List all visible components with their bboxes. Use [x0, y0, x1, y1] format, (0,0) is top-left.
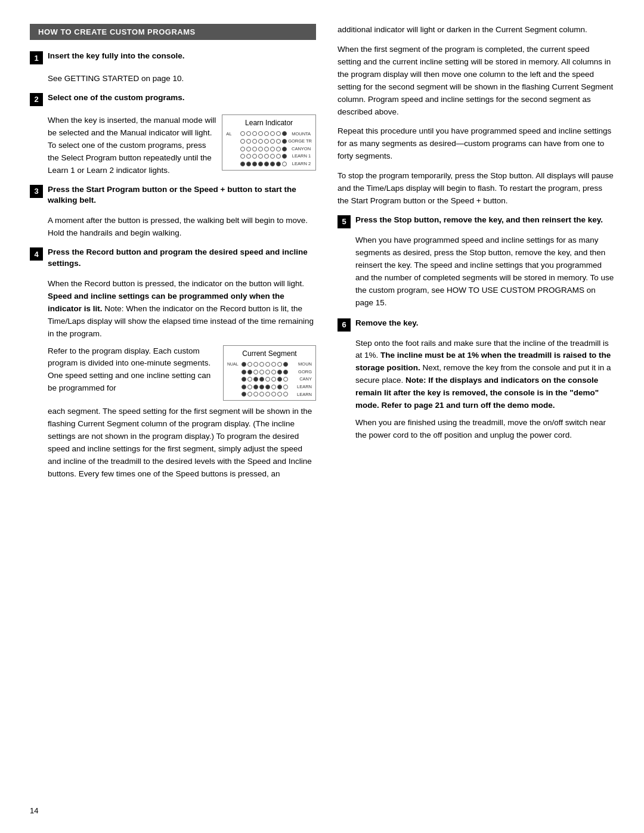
diagram2-row-5: LEARN	[227, 391, 312, 398]
d2-dot	[259, 392, 264, 397]
step-num-2: 2	[30, 93, 43, 106]
d1-left-1: AL	[226, 131, 239, 138]
d1-dot	[282, 131, 287, 136]
d2-dot	[247, 377, 252, 382]
d2-dot	[253, 377, 258, 382]
d2-dot	[247, 362, 252, 367]
step-6-body: Step onto the foot rails and make sure t…	[355, 337, 614, 442]
d2-dot	[242, 362, 246, 367]
step-num-1: 1	[30, 51, 43, 64]
page-number: 14	[30, 806, 38, 815]
step-4-para3: each segment. The speed setting for the …	[48, 405, 316, 481]
step-num-5: 5	[338, 215, 351, 228]
diagram2-grid: NUAL MOUN	[227, 361, 312, 398]
d1-dot	[276, 139, 281, 144]
d1-dot	[258, 154, 263, 159]
d1-dot	[252, 162, 257, 166]
d2-dot	[247, 385, 252, 389]
step-2-title: Select one of the custom programs.	[48, 92, 185, 104]
d2-dot	[265, 362, 270, 367]
step-4-inline: Refer to the program display. Each custo…	[48, 345, 316, 401]
d1-right-4: LEARN 1	[288, 153, 311, 160]
d1-dot	[282, 139, 287, 144]
step-4-text: Refer to the program display. Each custo…	[48, 345, 217, 400]
step-2-body: When the key is inserted, the manual mod…	[48, 114, 316, 177]
diagram1-grid: AL MOUNTA	[226, 131, 312, 168]
d2-dot	[271, 392, 276, 397]
d2-right-5: LEARN	[289, 391, 312, 398]
d2-dot	[277, 377, 282, 382]
d1-dot	[246, 139, 251, 144]
d2-left-1: NUAL	[227, 361, 240, 368]
diagram1-label: Learn Indicator	[226, 117, 312, 129]
d2-dot	[259, 362, 264, 367]
step-4-para1: When the Record button is pressed, the i…	[48, 278, 316, 340]
diagram2-label: Current Segment	[227, 348, 312, 360]
right-para-4: To stop the program temporarily, press t…	[338, 170, 614, 208]
diagram2-row-4: LEARN	[227, 383, 312, 391]
step-5-title: Press the Stop button, remove the key, a…	[355, 215, 603, 226]
d1-dot	[240, 131, 245, 136]
d1-dot	[258, 147, 263, 151]
d1-dot	[258, 162, 263, 166]
d1-dot	[252, 154, 257, 159]
right-para-1: additional indicator will light or darke…	[338, 24, 614, 36]
d1-dot	[276, 162, 281, 166]
d1-dot	[252, 139, 257, 144]
d2-dot	[253, 362, 258, 367]
d2-dot	[242, 385, 246, 389]
d1-dot	[240, 162, 245, 166]
step-6-title: Remove the key.	[355, 318, 419, 329]
d1-dot	[264, 147, 269, 151]
d1-dot	[258, 131, 263, 136]
diagram1-row-1: AL MOUNTA	[226, 131, 312, 138]
step-6: 6 Remove the key.	[338, 318, 614, 332]
d2-dot	[242, 377, 246, 382]
step-num-4: 4	[30, 247, 43, 261]
d2-dot	[271, 377, 276, 382]
step-5-para: When you have programmed speed and incli…	[355, 234, 614, 309]
d2-dot	[283, 377, 288, 382]
d2-right-4: LEARN	[289, 383, 312, 391]
step-4: 4 Press the Record button and program th…	[30, 247, 316, 270]
d1-dot	[276, 147, 281, 151]
step-num-6: 6	[338, 318, 351, 332]
d2-dot	[283, 370, 288, 374]
d1-right-5: LEARN 2	[288, 160, 311, 168]
right-column: additional indicator will light or darke…	[338, 24, 614, 809]
step-2-text: When the key is inserted, the manual mod…	[48, 114, 216, 177]
d1-dot	[270, 131, 275, 136]
step-5: 5 Press the Stop button, remove the key,…	[338, 215, 614, 228]
d1-dot	[246, 162, 251, 166]
step-2: 2 Select one of the custom programs.	[30, 92, 316, 106]
d1-dot	[270, 147, 275, 151]
d2-dot	[259, 370, 264, 374]
d1-dot	[270, 154, 275, 159]
d2-dot	[265, 392, 270, 397]
d2-dot	[253, 370, 258, 374]
step-1-body: See GETTING STARTED on page 10.	[48, 73, 316, 85]
d1-dot	[246, 147, 251, 151]
step-6-para1: Step onto the foot rails and make sure t…	[355, 337, 614, 413]
d1-dot	[252, 131, 257, 136]
d1-dot	[264, 131, 269, 136]
d2-dot	[283, 362, 288, 367]
step-3-body: A moment after the button is pressed, th…	[48, 215, 316, 240]
section-header: HOW TO CREATE CUSTOM PROGRAMS	[30, 24, 316, 40]
d2-dot	[265, 385, 270, 389]
step-num-3: 3	[30, 185, 43, 198]
diagram1-row-4: LEARN 1	[226, 153, 312, 160]
diagram1-row-3: CANYON	[226, 145, 312, 153]
diagram2-row-2: GORG	[227, 368, 312, 376]
d2-dot	[277, 362, 282, 367]
d1-dot	[252, 147, 257, 151]
learn-indicator-diagram: Learn Indicator AL	[222, 114, 316, 171]
d1-right-2: GORGE TR	[288, 138, 312, 145]
d1-dot	[282, 147, 287, 151]
d2-dot	[277, 392, 282, 397]
diagram1-row-2: GORGE TR	[226, 138, 312, 145]
d2-dot	[247, 392, 252, 397]
d2-dot	[253, 392, 258, 397]
d2-dot	[242, 370, 246, 374]
step-4-body: When the Record button is pressed, the i…	[48, 278, 316, 481]
